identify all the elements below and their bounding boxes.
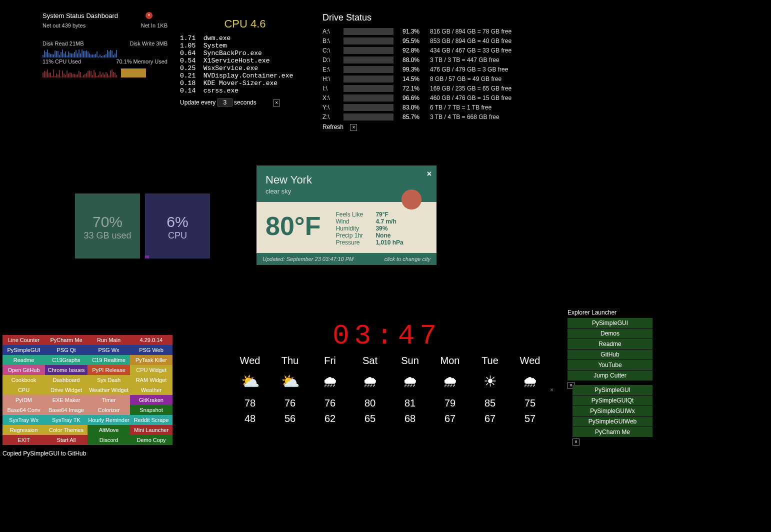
forecast-day: Sun🌧8168 (395, 355, 425, 424)
weather-icon: 🌧 (515, 370, 545, 394)
launcher-button[interactable]: PyCharm Me (45, 335, 88, 345)
explorer-item[interactable]: PySimpleGUI (568, 318, 652, 328)
weather-detail-key: Wind (336, 218, 376, 225)
drive-letter: B:\ (322, 38, 344, 44)
launcher-button[interactable]: PySimpleGUI (2, 345, 45, 355)
disk-graph (42, 48, 168, 58)
forecast-day: Tue☀8567 (475, 355, 505, 424)
sun-icon (402, 190, 422, 210)
launcher-button[interactable]: Line Counter (2, 335, 45, 345)
launcher-button[interactable]: Cookbook (2, 375, 45, 385)
explorer-item[interactable]: Readme (568, 339, 652, 349)
explorer-item[interactable]: PySimpleGUIWeb (572, 416, 652, 426)
launcher-button[interactable]: RAM Widget (130, 375, 172, 385)
launcher-button[interactable]: Start All (45, 435, 88, 445)
process-row: 0.14 csrss.exe (180, 87, 310, 94)
launcher-button[interactable]: EXE Maker (45, 395, 88, 405)
launcher-button[interactable]: EXIT (2, 435, 45, 445)
drive-letter: Z:\ (322, 114, 344, 120)
drive-letter: H:\ (322, 76, 344, 82)
explorer-item[interactable]: PySimpleGUI (572, 385, 652, 395)
drive-letter: I:\ (322, 85, 344, 92)
launcher-button[interactable]: Sys Dash (88, 375, 130, 385)
launcher-button[interactable]: Regression (2, 425, 45, 435)
net-graph (42, 30, 168, 40)
temp-low: 67 (435, 413, 465, 424)
status-line: Copied PySimpleGUI to GitHub (2, 450, 86, 457)
weather-detail-val: None (376, 232, 390, 239)
close-icon[interactable]: × (427, 170, 432, 178)
launcher-button[interactable]: PSG Web (130, 345, 172, 355)
system-status-widget: System Status Dashboard × Net out 439 by… (42, 12, 168, 78)
cpu-pct: 6% (145, 214, 210, 230)
launcher-button[interactable]: Chrome Issues (45, 365, 88, 375)
launcher-button[interactable]: AltMove (88, 425, 130, 435)
explorer-item[interactable]: PyCharm Me (572, 427, 652, 437)
launcher-button[interactable]: GitKraken (130, 395, 172, 405)
launcher-button[interactable]: PSG Wx (88, 345, 130, 355)
close-icon[interactable]: × (572, 438, 580, 446)
launcher-button[interactable]: Hourly Reminder (88, 415, 130, 425)
day-name: Sat (355, 355, 385, 366)
launcher-button[interactable]: Discord (88, 435, 130, 445)
drive-desc: 460 GB / 476 GB = 15 GB free (430, 94, 512, 102)
launcher-button[interactable]: CPU (2, 385, 45, 395)
launcher-button[interactable]: PyPI Release (88, 365, 130, 375)
launcher-button[interactable]: Drive Widget (45, 385, 88, 395)
temp-high: 85 (475, 398, 505, 409)
seconds-label: seconds (234, 99, 256, 106)
launcher-button[interactable]: C19 Realtime (88, 355, 130, 365)
launcher-button[interactable]: Base64 Image (45, 405, 88, 415)
mem-used-label: 70.1% Memory Used (116, 58, 168, 64)
drive-row: X:\96.6%460 GB / 476 GB = 15 GB free (322, 94, 562, 102)
mem-graph (121, 68, 168, 78)
temp-low: 57 (515, 413, 545, 424)
drive-pct: 14.5% (402, 76, 430, 82)
launcher-button[interactable]: Color Themes (45, 425, 88, 435)
update-seconds-input[interactable]: 3 (218, 98, 232, 106)
change-city-link[interactable]: click to change city (384, 256, 430, 262)
explorer-item[interactable]: Jump Cutter (568, 370, 652, 380)
launcher-button[interactable]: PyIDM (2, 395, 45, 405)
launcher-button[interactable]: Snapshot (130, 405, 172, 415)
weather-icon: 🌧 (355, 370, 385, 394)
process-row: 0.18 KDE Mover-Sizer.exe (180, 80, 310, 87)
explorer-item[interactable]: YouTube (568, 360, 652, 370)
launcher-button[interactable]: Timer (88, 395, 130, 405)
temp-low: 67 (475, 413, 505, 424)
launcher-button[interactable]: CPU Widget (130, 365, 172, 375)
launcher-button[interactable]: Readme (2, 355, 45, 365)
ram-pct: 70% (75, 214, 140, 230)
launcher-button[interactable]: Base64 Conv (2, 405, 45, 415)
explorer-item[interactable]: GitHub (568, 350, 652, 360)
close-icon[interactable]: × (273, 100, 280, 106)
launcher-button[interactable]: Dashboard (45, 375, 88, 385)
drive-row: Y:\83.0%6 TB / 7 TB = 1 TB free (322, 104, 562, 111)
close-icon[interactable]: × (550, 386, 554, 394)
explorer-item[interactable]: PySimpleGUIQt (572, 396, 652, 406)
launcher-button[interactable]: C19Graphs (45, 355, 88, 365)
launcher-button[interactable]: PyTask Killer (130, 355, 172, 365)
launcher-button[interactable]: Colorizer (88, 405, 130, 415)
launcher-button[interactable]: Weather Widget (88, 385, 130, 395)
weather-city: New York (266, 174, 428, 186)
launcher-button[interactable]: Reddit Scrape (130, 415, 172, 425)
launcher-button[interactable]: 4.29.0.14 (130, 335, 172, 345)
explorer-item[interactable]: Demos (568, 328, 652, 338)
drive-letter: D:\ (322, 56, 344, 64)
launcher-button[interactable]: PSG Qt (45, 345, 88, 355)
launcher-button[interactable]: Open GitHub (2, 365, 45, 375)
explorer-item[interactable]: PySimpleGUIWx (572, 406, 652, 416)
launcher-button[interactable]: Demo Copy (130, 435, 172, 445)
close-icon[interactable]: × (350, 124, 357, 131)
drive-status-widget: Drive Status A:\91.3%816 GB / 894 GB = 7… (322, 12, 562, 131)
refresh-button[interactable]: Refresh (322, 124, 344, 130)
drive-desc: 853 GB / 894 GB = 40 GB free (430, 38, 512, 44)
close-icon[interactable]: × (146, 12, 152, 19)
launcher-button[interactable]: SysTray TK (45, 415, 88, 425)
launcher-button[interactable]: Mini Launcher (130, 425, 172, 435)
launcher-button[interactable]: Run Main (88, 335, 130, 345)
cpu-label: CPU (145, 230, 210, 241)
launcher-button[interactable]: SysTray Wx (2, 415, 45, 425)
launcher-button[interactable]: Weather (130, 385, 172, 395)
